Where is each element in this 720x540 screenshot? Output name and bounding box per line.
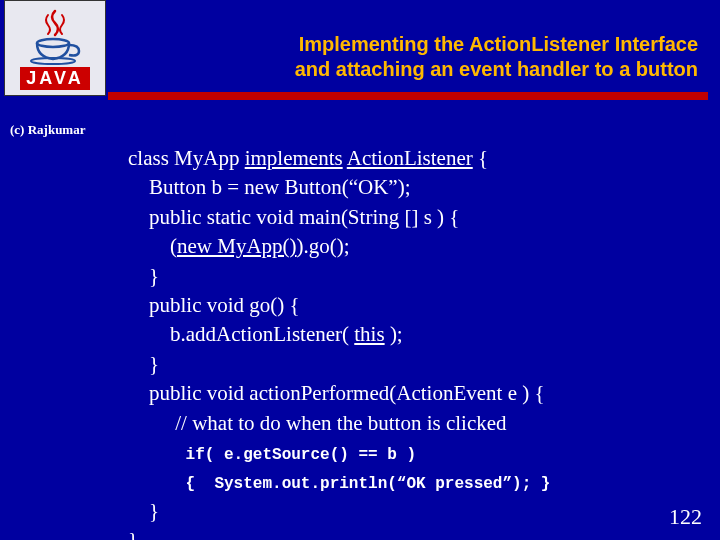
title-line-1: Implementing the ActionListener Interfac…	[295, 32, 698, 57]
title-underline	[108, 92, 708, 100]
slide-title: Implementing the ActionListener Interfac…	[295, 32, 698, 82]
copyright-text: (c) Rajkumar	[10, 122, 85, 138]
svg-point-1	[31, 58, 75, 64]
slide-number: 122	[669, 504, 702, 530]
java-logo: JAVA	[4, 0, 106, 96]
title-line-2: and attaching an event handler to a butt…	[295, 57, 698, 82]
java-logo-text: JAVA	[20, 67, 89, 90]
code-block: class MyApp implements ActionListener { …	[128, 144, 550, 540]
svg-point-0	[37, 39, 69, 47]
java-cup-icon	[25, 7, 85, 65]
